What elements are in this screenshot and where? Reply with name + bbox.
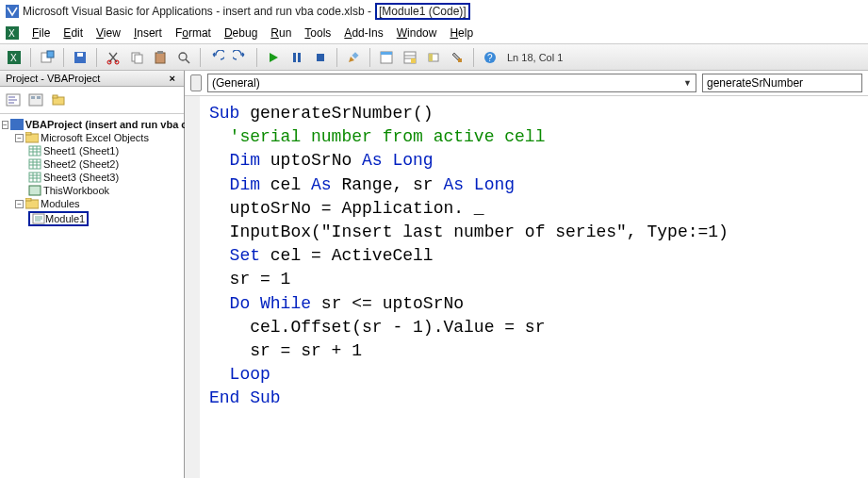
cut-button[interactable] [103, 47, 123, 68]
tree-thisworkbook[interactable]: ThisWorkbook [28, 184, 182, 197]
help-button[interactable]: ? [480, 47, 500, 68]
view-code-button[interactable] [3, 90, 24, 110]
separator [336, 48, 337, 67]
code-token: As [311, 175, 332, 194]
main-area: Project - VBAProject × − VBAProject (ins… [0, 71, 868, 478]
svg-point-15 [179, 53, 187, 60]
title-bar: Microsoft Visual Basic for Applications … [0, 0, 868, 23]
separator [200, 48, 201, 67]
panel-close-button[interactable]: × [167, 73, 178, 84]
folder-icon [25, 132, 39, 143]
insert-module-button[interactable] [37, 47, 57, 68]
svg-rect-40 [37, 96, 41, 99]
tree-sheet2[interactable]: Sheet2 (Sheet2) [28, 157, 182, 171]
code-token: cel [260, 175, 311, 194]
tree-modules-label: Modules [41, 198, 80, 209]
svg-rect-42 [53, 95, 57, 98]
menu-tools[interactable]: Tools [299, 25, 336, 41]
menu-view[interactable]: View [90, 25, 126, 41]
code-token: Loop [209, 363, 859, 387]
code-line: sr = 1 [209, 268, 859, 291]
reset-button[interactable] [310, 47, 331, 68]
undo-button[interactable] [206, 47, 227, 68]
svg-text:X: X [10, 53, 17, 63]
copy-button[interactable] [126, 47, 147, 68]
design-mode-button[interactable] [343, 47, 364, 68]
separator [30, 48, 31, 67]
code-token: End Sub [209, 387, 859, 410]
code-token: Sub [209, 104, 239, 123]
tree-sheet-label: Sheet2 (Sheet2) [43, 158, 119, 170]
tree-module1[interactable]: Module1 [28, 210, 182, 227]
find-button[interactable] [173, 47, 194, 68]
expander-icon[interactable]: − [2, 121, 8, 129]
svg-rect-8 [77, 53, 83, 57]
break-button[interactable] [287, 47, 307, 68]
code-window: (General) ▼ generateSrNumber Sub generat… [185, 71, 868, 478]
code-token: uptoSrNo [260, 151, 362, 170]
project-explorer-button[interactable] [376, 47, 397, 68]
toolbox-button[interactable] [447, 47, 467, 68]
panel-title-text: Project - VBAProject [6, 73, 100, 84]
menu-help[interactable]: Help [444, 25, 479, 41]
svg-marker-21 [349, 57, 354, 62]
redo-button[interactable] [230, 47, 251, 68]
object-browser-button[interactable] [423, 47, 444, 68]
tree-sheet3[interactable]: Sheet3 (Sheet3) [28, 171, 182, 184]
tree-workbook-label: ThisWorkbook [43, 185, 109, 196]
workbook-icon [28, 185, 41, 196]
menu-insert[interactable]: Insert [128, 25, 168, 41]
code-token: As Long [443, 175, 515, 194]
paste-button[interactable] [150, 47, 171, 68]
view-excel-button[interactable]: X [4, 47, 25, 68]
svg-text:?: ? [487, 53, 493, 63]
toggle-folders-button[interactable] [48, 90, 69, 110]
code-pane[interactable]: Sub generateSrNumber() 'serial number fr… [185, 96, 868, 478]
menu-addins[interactable]: Add-Ins [338, 25, 388, 41]
project-tree[interactable]: − VBAProject (insert and run vba code.xl… [0, 114, 184, 231]
tree-excel-objects[interactable]: − Microsoft Excel Objects [15, 131, 182, 144]
cursor-position: Ln 18, Col 1 [503, 52, 566, 63]
svg-rect-43 [10, 119, 24, 130]
svg-rect-45 [25, 132, 31, 135]
tree-sheet1[interactable]: Sheet1 (Sheet1) [28, 144, 182, 157]
svg-rect-24 [381, 52, 392, 55]
object-dropdown[interactable]: (General) ▼ [207, 74, 696, 92]
menu-window[interactable]: Window [391, 25, 443, 41]
svg-marker-17 [270, 53, 278, 62]
window-title-prefix: Microsoft Visual Basic for Applications … [23, 5, 371, 18]
save-button[interactable] [70, 47, 90, 68]
svg-rect-28 [411, 58, 416, 63]
menu-file[interactable]: File [26, 25, 56, 41]
svg-rect-39 [31, 96, 35, 99]
expander-icon[interactable]: − [15, 200, 24, 208]
menu-bar: X File Edit View Insert Format Debug Run… [0, 23, 868, 44]
expander-icon[interactable]: − [15, 134, 24, 142]
procedure-dropdown[interactable]: generateSrNumber [702, 74, 862, 92]
svg-rect-46 [29, 146, 41, 156]
separator [369, 48, 370, 67]
module-icon [32, 213, 45, 224]
menu-edit[interactable]: Edit [57, 25, 89, 41]
tree-excel-objects-label: Microsoft Excel Objects [41, 132, 149, 143]
svg-rect-61 [29, 186, 41, 195]
menu-format[interactable]: Format [170, 25, 217, 41]
svg-rect-63 [25, 198, 31, 201]
tree-module-label: Module1 [45, 213, 85, 224]
code-comment: 'serial number from active cell [209, 125, 859, 149]
properties-button[interactable] [400, 47, 420, 68]
tree-root[interactable]: − VBAProject (insert and run vba code.xl… [2, 118, 182, 131]
menu-run[interactable]: Run [265, 25, 297, 41]
code-line: uptoSrNo = Application. _ [209, 197, 859, 221]
code-line: cel.Offset(sr - 1).Value = sr [209, 316, 859, 339]
code-token: Range, sr [332, 175, 444, 194]
view-object-button[interactable] [25, 90, 46, 110]
run-button[interactable] [263, 47, 284, 68]
svg-rect-30 [429, 54, 433, 61]
code-token: generateSrNumber() [239, 104, 433, 123]
code-split-toggle[interactable] [190, 74, 202, 91]
svg-rect-20 [317, 54, 324, 61]
code-dropdown-row: (General) ▼ generateSrNumber [185, 71, 868, 96]
menu-debug[interactable]: Debug [219, 25, 263, 41]
tree-modules[interactable]: − Modules [15, 197, 182, 210]
